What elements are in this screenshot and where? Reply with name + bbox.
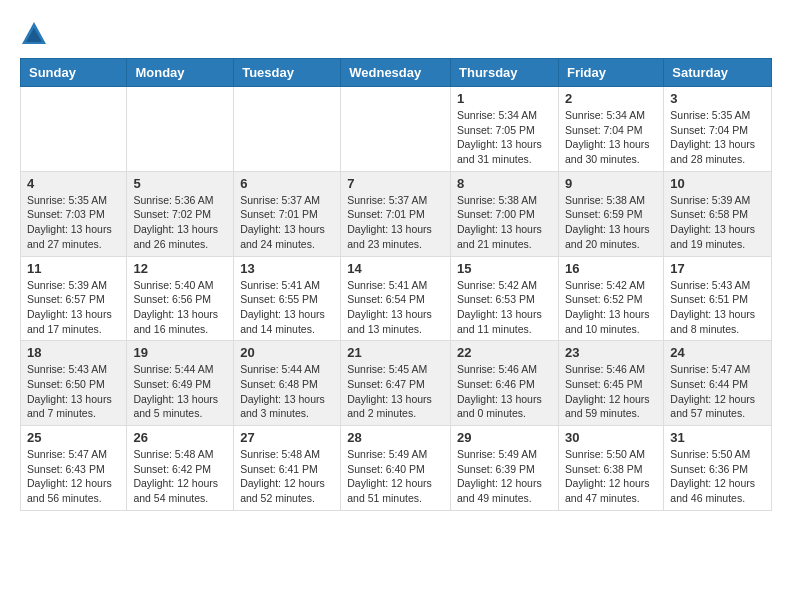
page-header bbox=[20, 20, 772, 48]
day-info: Sunrise: 5:37 AM Sunset: 7:01 PM Dayligh… bbox=[240, 193, 334, 252]
day-info: Sunrise: 5:34 AM Sunset: 7:04 PM Dayligh… bbox=[565, 108, 657, 167]
day-info: Sunrise: 5:35 AM Sunset: 7:03 PM Dayligh… bbox=[27, 193, 120, 252]
day-number: 22 bbox=[457, 345, 552, 360]
calendar-week-row: 11Sunrise: 5:39 AM Sunset: 6:57 PM Dayli… bbox=[21, 256, 772, 341]
weekday-header-saturday: Saturday bbox=[664, 59, 772, 87]
calendar-cell: 2Sunrise: 5:34 AM Sunset: 7:04 PM Daylig… bbox=[558, 87, 663, 172]
logo-icon bbox=[20, 20, 48, 48]
day-number: 23 bbox=[565, 345, 657, 360]
day-number: 9 bbox=[565, 176, 657, 191]
calendar-cell: 4Sunrise: 5:35 AM Sunset: 7:03 PM Daylig… bbox=[21, 171, 127, 256]
day-info: Sunrise: 5:43 AM Sunset: 6:51 PM Dayligh… bbox=[670, 278, 765, 337]
calendar-cell: 12Sunrise: 5:40 AM Sunset: 6:56 PM Dayli… bbox=[127, 256, 234, 341]
day-number: 20 bbox=[240, 345, 334, 360]
day-number: 27 bbox=[240, 430, 334, 445]
weekday-header-row: SundayMondayTuesdayWednesdayThursdayFrid… bbox=[21, 59, 772, 87]
calendar-cell: 27Sunrise: 5:48 AM Sunset: 6:41 PM Dayli… bbox=[234, 426, 341, 511]
day-number: 8 bbox=[457, 176, 552, 191]
calendar-week-row: 25Sunrise: 5:47 AM Sunset: 6:43 PM Dayli… bbox=[21, 426, 772, 511]
calendar-cell: 29Sunrise: 5:49 AM Sunset: 6:39 PM Dayli… bbox=[451, 426, 559, 511]
day-number: 7 bbox=[347, 176, 444, 191]
day-number: 3 bbox=[670, 91, 765, 106]
day-info: Sunrise: 5:49 AM Sunset: 6:39 PM Dayligh… bbox=[457, 447, 552, 506]
calendar-cell: 16Sunrise: 5:42 AM Sunset: 6:52 PM Dayli… bbox=[558, 256, 663, 341]
calendar-cell: 19Sunrise: 5:44 AM Sunset: 6:49 PM Dayli… bbox=[127, 341, 234, 426]
day-info: Sunrise: 5:42 AM Sunset: 6:52 PM Dayligh… bbox=[565, 278, 657, 337]
day-info: Sunrise: 5:34 AM Sunset: 7:05 PM Dayligh… bbox=[457, 108, 552, 167]
calendar-table: SundayMondayTuesdayWednesdayThursdayFrid… bbox=[20, 58, 772, 511]
day-number: 14 bbox=[347, 261, 444, 276]
day-number: 11 bbox=[27, 261, 120, 276]
calendar-cell: 3Sunrise: 5:35 AM Sunset: 7:04 PM Daylig… bbox=[664, 87, 772, 172]
day-info: Sunrise: 5:49 AM Sunset: 6:40 PM Dayligh… bbox=[347, 447, 444, 506]
day-number: 16 bbox=[565, 261, 657, 276]
day-info: Sunrise: 5:44 AM Sunset: 6:49 PM Dayligh… bbox=[133, 362, 227, 421]
day-number: 18 bbox=[27, 345, 120, 360]
day-number: 2 bbox=[565, 91, 657, 106]
day-number: 19 bbox=[133, 345, 227, 360]
day-number: 15 bbox=[457, 261, 552, 276]
calendar-cell: 10Sunrise: 5:39 AM Sunset: 6:58 PM Dayli… bbox=[664, 171, 772, 256]
weekday-header-wednesday: Wednesday bbox=[341, 59, 451, 87]
calendar-week-row: 4Sunrise: 5:35 AM Sunset: 7:03 PM Daylig… bbox=[21, 171, 772, 256]
weekday-header-thursday: Thursday bbox=[451, 59, 559, 87]
day-info: Sunrise: 5:38 AM Sunset: 7:00 PM Dayligh… bbox=[457, 193, 552, 252]
day-number: 24 bbox=[670, 345, 765, 360]
calendar-cell: 23Sunrise: 5:46 AM Sunset: 6:45 PM Dayli… bbox=[558, 341, 663, 426]
day-number: 21 bbox=[347, 345, 444, 360]
day-info: Sunrise: 5:35 AM Sunset: 7:04 PM Dayligh… bbox=[670, 108, 765, 167]
calendar-cell: 20Sunrise: 5:44 AM Sunset: 6:48 PM Dayli… bbox=[234, 341, 341, 426]
calendar-cell: 7Sunrise: 5:37 AM Sunset: 7:01 PM Daylig… bbox=[341, 171, 451, 256]
day-info: Sunrise: 5:45 AM Sunset: 6:47 PM Dayligh… bbox=[347, 362, 444, 421]
calendar-week-row: 18Sunrise: 5:43 AM Sunset: 6:50 PM Dayli… bbox=[21, 341, 772, 426]
day-info: Sunrise: 5:50 AM Sunset: 6:36 PM Dayligh… bbox=[670, 447, 765, 506]
day-number: 5 bbox=[133, 176, 227, 191]
weekday-header-sunday: Sunday bbox=[21, 59, 127, 87]
calendar-cell: 1Sunrise: 5:34 AM Sunset: 7:05 PM Daylig… bbox=[451, 87, 559, 172]
calendar-week-row: 1Sunrise: 5:34 AM Sunset: 7:05 PM Daylig… bbox=[21, 87, 772, 172]
calendar-cell: 18Sunrise: 5:43 AM Sunset: 6:50 PM Dayli… bbox=[21, 341, 127, 426]
calendar-cell: 26Sunrise: 5:48 AM Sunset: 6:42 PM Dayli… bbox=[127, 426, 234, 511]
day-info: Sunrise: 5:48 AM Sunset: 6:42 PM Dayligh… bbox=[133, 447, 227, 506]
calendar-cell: 17Sunrise: 5:43 AM Sunset: 6:51 PM Dayli… bbox=[664, 256, 772, 341]
calendar-cell: 31Sunrise: 5:50 AM Sunset: 6:36 PM Dayli… bbox=[664, 426, 772, 511]
day-info: Sunrise: 5:44 AM Sunset: 6:48 PM Dayligh… bbox=[240, 362, 334, 421]
day-info: Sunrise: 5:36 AM Sunset: 7:02 PM Dayligh… bbox=[133, 193, 227, 252]
calendar-cell bbox=[234, 87, 341, 172]
day-number: 10 bbox=[670, 176, 765, 191]
calendar-cell bbox=[21, 87, 127, 172]
day-info: Sunrise: 5:39 AM Sunset: 6:58 PM Dayligh… bbox=[670, 193, 765, 252]
day-info: Sunrise: 5:38 AM Sunset: 6:59 PM Dayligh… bbox=[565, 193, 657, 252]
day-number: 26 bbox=[133, 430, 227, 445]
day-number: 31 bbox=[670, 430, 765, 445]
day-info: Sunrise: 5:46 AM Sunset: 6:46 PM Dayligh… bbox=[457, 362, 552, 421]
calendar-cell: 8Sunrise: 5:38 AM Sunset: 7:00 PM Daylig… bbox=[451, 171, 559, 256]
day-info: Sunrise: 5:39 AM Sunset: 6:57 PM Dayligh… bbox=[27, 278, 120, 337]
weekday-header-friday: Friday bbox=[558, 59, 663, 87]
calendar-cell: 28Sunrise: 5:49 AM Sunset: 6:40 PM Dayli… bbox=[341, 426, 451, 511]
day-number: 25 bbox=[27, 430, 120, 445]
day-info: Sunrise: 5:37 AM Sunset: 7:01 PM Dayligh… bbox=[347, 193, 444, 252]
day-info: Sunrise: 5:41 AM Sunset: 6:55 PM Dayligh… bbox=[240, 278, 334, 337]
day-number: 6 bbox=[240, 176, 334, 191]
day-number: 28 bbox=[347, 430, 444, 445]
day-info: Sunrise: 5:41 AM Sunset: 6:54 PM Dayligh… bbox=[347, 278, 444, 337]
calendar-cell: 30Sunrise: 5:50 AM Sunset: 6:38 PM Dayli… bbox=[558, 426, 663, 511]
day-info: Sunrise: 5:47 AM Sunset: 6:44 PM Dayligh… bbox=[670, 362, 765, 421]
day-info: Sunrise: 5:46 AM Sunset: 6:45 PM Dayligh… bbox=[565, 362, 657, 421]
day-info: Sunrise: 5:40 AM Sunset: 6:56 PM Dayligh… bbox=[133, 278, 227, 337]
calendar-cell: 6Sunrise: 5:37 AM Sunset: 7:01 PM Daylig… bbox=[234, 171, 341, 256]
day-number: 29 bbox=[457, 430, 552, 445]
day-info: Sunrise: 5:50 AM Sunset: 6:38 PM Dayligh… bbox=[565, 447, 657, 506]
calendar-cell: 25Sunrise: 5:47 AM Sunset: 6:43 PM Dayli… bbox=[21, 426, 127, 511]
day-number: 4 bbox=[27, 176, 120, 191]
day-info: Sunrise: 5:48 AM Sunset: 6:41 PM Dayligh… bbox=[240, 447, 334, 506]
calendar-cell: 11Sunrise: 5:39 AM Sunset: 6:57 PM Dayli… bbox=[21, 256, 127, 341]
day-info: Sunrise: 5:42 AM Sunset: 6:53 PM Dayligh… bbox=[457, 278, 552, 337]
calendar-cell: 13Sunrise: 5:41 AM Sunset: 6:55 PM Dayli… bbox=[234, 256, 341, 341]
day-number: 30 bbox=[565, 430, 657, 445]
day-number: 13 bbox=[240, 261, 334, 276]
calendar-cell: 24Sunrise: 5:47 AM Sunset: 6:44 PM Dayli… bbox=[664, 341, 772, 426]
calendar-cell: 5Sunrise: 5:36 AM Sunset: 7:02 PM Daylig… bbox=[127, 171, 234, 256]
day-info: Sunrise: 5:47 AM Sunset: 6:43 PM Dayligh… bbox=[27, 447, 120, 506]
